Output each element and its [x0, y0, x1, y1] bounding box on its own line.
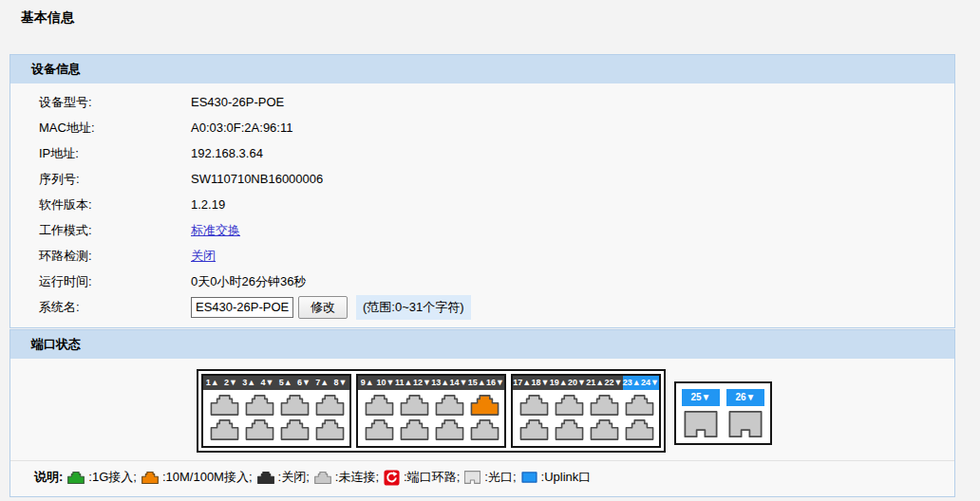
legend-fiber-port-icon	[464, 471, 481, 484]
firmware-version-label: 软件版本:	[10, 196, 191, 213]
port-18-icon	[519, 419, 549, 440]
port-20-icon	[555, 419, 584, 440]
info-row-device-model: 设备型号:ES430-26P-POE	[10, 89, 954, 115]
port-diagram: 1▲2▼3▲4▼5▲6▼7▲8▼9▲10▼11▲12▼13▲14▼15▲16▼1…	[10, 359, 954, 453]
port-group-3-grid	[513, 390, 659, 446]
legend-item-5: :端口环路;	[384, 469, 460, 486]
sfp-port-26: 26▼	[726, 389, 764, 437]
mac-address-value: A0:03:0F:2A:96:11	[191, 121, 292, 135]
port-1-label: 1▲	[203, 376, 221, 390]
device-info-panel: 设备信息 设备型号:ES430-26P-POEMAC地址:A0:03:0F:2A…	[9, 54, 955, 328]
port-12-label: 12▼	[413, 376, 431, 390]
info-row-serial-number: 序列号:SW110710NB16000006	[10, 166, 954, 192]
port-group-1-grid	[203, 390, 349, 446]
legend-item-7-text: :Uplink口	[541, 469, 592, 486]
port-2-label: 2▼	[221, 376, 239, 390]
port-14-icon	[435, 419, 464, 440]
port-group-2-grid	[358, 390, 504, 446]
ip-address-value: 192.168.3.64	[191, 146, 263, 160]
port-13-label: 13▲	[431, 376, 449, 390]
sfp-port-25: 25▼	[682, 389, 720, 437]
port-15-label: 15▲	[468, 376, 486, 390]
system-name-hint: (范围:0~31个字符)	[356, 295, 471, 320]
info-row-work-mode: 工作模式:标准交换	[10, 217, 954, 243]
port-20-label: 20▼	[568, 376, 586, 390]
device-model-label: 设备型号:	[10, 94, 191, 111]
port-10-label: 10▼	[376, 376, 394, 390]
port-11-label: 11▲	[395, 376, 413, 390]
port-group-3: 17▲18▼19▲20▼21▲22▼23▲24▼	[511, 374, 661, 448]
port-10-icon	[365, 419, 394, 440]
legend-100m-port-icon	[141, 472, 159, 484]
port-groups-box: 1▲2▼3▲4▼5▲6▼7▲8▼9▲10▼11▲12▼13▲14▼15▲16▼1…	[197, 369, 666, 453]
port-4-icon	[245, 419, 274, 440]
info-row-loop-detect: 环路检测:关闭	[10, 243, 954, 269]
legend-item-1-text: :1G接入;	[88, 469, 137, 486]
port-2-icon	[210, 419, 239, 440]
legend-item-1: :1G接入;	[67, 469, 137, 486]
legend-label: 说明:	[34, 469, 63, 486]
port-7-label: 7▲	[313, 376, 331, 390]
info-row-ip-address: IP地址:192.168.3.64	[10, 140, 954, 166]
port-18-label: 18▼	[531, 376, 549, 390]
serial-number-label: 序列号:	[10, 171, 191, 188]
legend-unconnected-port-icon	[314, 472, 331, 484]
port-24-label: 24▼	[641, 376, 659, 390]
info-row-firmware-version: 软件版本:1.2.19	[10, 192, 954, 217]
port-21-label: 21▲	[586, 376, 604, 390]
port-25-label: 25▼	[682, 389, 720, 406]
legend-item-3-text: :关闭;	[278, 469, 310, 486]
legend-1g-port-icon	[67, 472, 85, 484]
port-5-label: 5▲	[276, 376, 294, 390]
sfp-ports-box: 25▼26▼	[674, 381, 772, 445]
port-19-icon	[555, 395, 584, 416]
port-22-icon	[590, 419, 619, 440]
port-legend: 说明: :1G接入;:10M/100M接入;:关闭;:未连接;:端口环路;:光口…	[10, 460, 954, 496]
page-title: 基本信息	[21, 9, 74, 27]
port-22-label: 22▼	[604, 376, 622, 390]
legend-item-5-text: :端口环路;	[404, 469, 460, 486]
legend-item-7: :Uplink口	[521, 469, 592, 486]
legend-item-6: :光口;	[464, 469, 516, 486]
port-5-icon	[280, 395, 310, 416]
uptime-value: 0天0小时26分钟36秒	[191, 273, 306, 290]
system-name-label: 系统名:	[10, 299, 191, 316]
port-1-icon	[210, 395, 239, 416]
port-26-icon	[726, 411, 764, 437]
port-8-icon	[315, 419, 345, 440]
mac-address-label: MAC地址:	[10, 120, 191, 137]
legend-item-3: :关闭;	[257, 469, 310, 486]
legend-item-6-text: :光口;	[484, 469, 516, 486]
legend-uplink-icon	[521, 472, 537, 483]
info-row-uptime: 运行时间:0天0小时26分钟36秒	[10, 269, 954, 294]
port-17-icon	[519, 395, 549, 416]
port-group-2: 9▲10▼11▲12▼13▲14▼15▲16▼	[356, 374, 506, 448]
port-3-icon	[245, 395, 274, 416]
serial-number-value: SW110710NB16000006	[191, 172, 323, 186]
loop-detect-link[interactable]: 关闭	[191, 248, 216, 265]
port-8-label: 8▼	[331, 376, 349, 390]
modify-button[interactable]: 修改	[298, 296, 348, 319]
work-mode-link[interactable]: 标准交换	[191, 222, 240, 239]
legend-item-4-text: :未连接;	[335, 469, 379, 486]
port-group-1: 1▲2▼3▲4▼5▲6▼7▲8▼	[201, 374, 351, 448]
system-name-input[interactable]	[191, 297, 293, 318]
port-25-icon	[682, 411, 720, 437]
port-11-icon	[400, 395, 429, 416]
port-17-label: 17▲	[513, 376, 531, 390]
ip-address-label: IP地址:	[10, 145, 191, 162]
port-16-label: 16▼	[486, 376, 504, 390]
loop-detect-label: 环路检测:	[10, 248, 191, 265]
firmware-version-value: 1.2.19	[191, 197, 225, 212]
port-group-3-header: 17▲18▼19▲20▼21▲22▼23▲24▼	[513, 376, 659, 390]
port-4-label: 4▼	[258, 376, 276, 390]
port-23-icon	[625, 395, 654, 416]
legend-item-2-text: :10M/100M接入;	[162, 469, 253, 486]
device-model-value: ES430-26P-POE	[191, 95, 284, 109]
port-9-icon	[365, 395, 394, 416]
port-6-label: 6▼	[294, 376, 312, 390]
port-status-panel-header: 端口状态	[10, 330, 954, 359]
port-3-label: 3▲	[240, 376, 258, 390]
port-6-icon	[280, 419, 310, 440]
port-16-icon	[470, 419, 499, 440]
